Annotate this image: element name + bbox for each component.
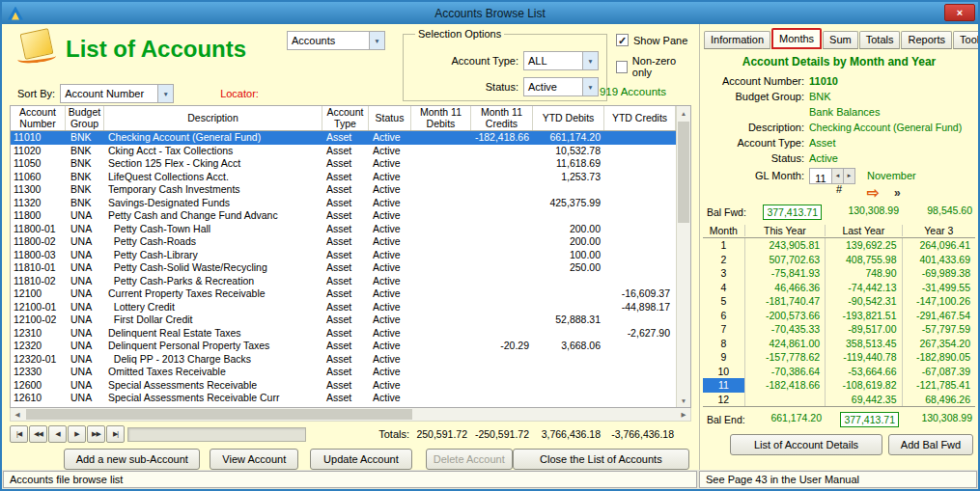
scrollbar-track[interactable]: [677, 120, 690, 394]
month-row[interactable]: 8424,861.00358,513.45267,354.20: [703, 337, 975, 351]
month-row[interactable]: 6-200,573.66-193,821.51-291,467.54: [703, 309, 975, 323]
status-filter-dropdown[interactable]: Active ▼: [523, 77, 599, 96]
table-row[interactable]: 11800UNAPetty Cash and Change Fund Advan…: [11, 209, 676, 223]
month-row[interactable]: 10-70,386.64-53,664.66-67,087.39: [703, 365, 975, 379]
table-row[interactable]: 12320-01UNA Deliq PP - 2013 Charge Backs…: [11, 353, 676, 367]
cell-ytd-credits: [604, 209, 676, 223]
column-header-ytd-credits[interactable]: YTD Credits: [604, 106, 676, 130]
horizontal-scrollbar[interactable]: ◀ ▶: [10, 408, 691, 422]
add-bal-fwd-button[interactable]: Add Bal Fwd: [888, 434, 973, 455]
spin-left-icon[interactable]: ◄: [831, 169, 843, 183]
cell-status: Active: [369, 366, 411, 379]
cell-month11-debits: [411, 301, 471, 314]
left-buttons-row: Add a new sub-Account View Account Updat…: [10, 448, 691, 470]
account-type-dropdown[interactable]: ALL ▼: [523, 51, 599, 70]
cell-ytd-credits: [604, 197, 676, 210]
table-row[interactable]: 11060BNKLifeQuest Collections Acct.Asset…: [11, 171, 676, 184]
update-account-button[interactable]: Update Account: [310, 449, 412, 470]
table-row[interactable]: 11320BNKSavings-Designated FundsAssetAct…: [11, 197, 676, 210]
column-header-ytd-debits[interactable]: YTD Debits: [533, 106, 604, 130]
table-row[interactable]: 12330UNAOmitted Taxes ReceivableAssetAct…: [11, 366, 676, 379]
cell-description: Delinquent Real Estate Taxes: [104, 327, 322, 341]
cell-account-type: Asset: [322, 209, 369, 223]
nav-prev-button[interactable]: ◀: [48, 425, 67, 443]
view-account-button[interactable]: View Account: [210, 449, 298, 470]
table-row[interactable]: 11810-02UNA Petty Cash-Parks & Recreatio…: [11, 275, 676, 288]
close-button[interactable]: ×: [944, 4, 975, 21]
cell-month11-debits: [411, 171, 471, 184]
table-row[interactable]: 11050BNKSection 125 Flex - Cking AcctAss…: [11, 157, 676, 171]
table-row[interactable]: 12100-01UNA Lottery CreditAssetActive-44…: [11, 301, 676, 314]
column-header-budget-group[interactable]: Budget Group: [66, 106, 104, 130]
cell-ytd-credits: [604, 145, 676, 158]
table-row[interactable]: 11020BNKCking Acct - Tax CollectionsAsse…: [11, 145, 676, 158]
table-row[interactable]: 11010BNKChecking Account (General Fund)A…: [11, 131, 676, 145]
table-row[interactable]: 12100UNACurrent Property Taxes Receivabl…: [11, 287, 676, 301]
page-title: List of Accounts: [66, 36, 246, 63]
column-header-status[interactable]: Status: [369, 106, 411, 130]
month-row[interactable]: 11-182,418.66-108,619.82-121,785.41: [703, 378, 975, 393]
table-row[interactable]: 12310UNADelinquent Real Estate TaxesAsse…: [11, 327, 676, 341]
scroll-right-icon[interactable]: ▶: [677, 408, 690, 421]
sort-by-dropdown[interactable]: Account Number ▼: [60, 84, 174, 103]
tab-sum[interactable]: Sum: [823, 31, 858, 49]
scroll-up-icon[interactable]: ▲: [677, 106, 690, 120]
cell-ytd-debits: [533, 301, 604, 314]
month-row[interactable]: 2507,702.63408,755.98401,433.69: [703, 253, 975, 267]
close-list-button[interactable]: Close the List of Accounts: [513, 449, 689, 470]
scrollbar-thumb[interactable]: [678, 122, 689, 223]
list-account-details-button[interactable]: List of Account Details: [730, 434, 882, 455]
table-row[interactable]: 12320UNADelinquent Personal Property Tax…: [11, 340, 676, 353]
scrollbar-thumb[interactable]: [26, 409, 412, 420]
nav-next-button[interactable]: ▶: [68, 425, 86, 443]
next-arrow-icon[interactable]: ⇨: [867, 184, 880, 202]
table-row[interactable]: 12610UNASpecial Assessments Receivable C…: [11, 392, 676, 405]
gl-month-spinner[interactable]: 11 ◄ ►: [809, 168, 855, 184]
month-row[interactable]: 3-75,841.93748.90-69,989.38: [703, 266, 975, 281]
spin-right-icon[interactable]: ►: [843, 169, 854, 183]
month-row[interactable]: 9-157,778.62-119,440.78-182,890.05: [703, 350, 975, 365]
month-row[interactable]: 1243,905.81139,692.25264,096.41: [703, 238, 975, 253]
nav-last-button[interactable]: ▶|: [106, 425, 125, 443]
tab-months[interactable]: Months: [771, 28, 822, 49]
column-header-description[interactable]: Description: [104, 106, 322, 130]
add-sub-account-button[interactable]: Add a new sub-Account: [64, 449, 200, 470]
scrollbar-track[interactable]: [24, 408, 677, 421]
table-row[interactable]: 11300BNKTemporary Cash InvestmentsAssetA…: [11, 183, 676, 197]
fast-forward-icon[interactable]: »: [894, 186, 901, 200]
month-row[interactable]: 446,466.36-74,442.13-31,499.55: [703, 281, 975, 295]
tab-tools[interactable]: Tools: [953, 31, 978, 49]
column-header-month11-debits[interactable]: Month 11 Debits: [411, 106, 471, 130]
table-row[interactable]: 11810-01UNA Petty Cash-Solid Waste/Recyc…: [11, 261, 676, 275]
month-value: 358,513.45: [826, 337, 902, 351]
cell-month11-credits: [471, 209, 533, 223]
nav-prev-page-button[interactable]: ◀◀: [29, 425, 47, 443]
cell-status: Active: [369, 314, 411, 327]
month-row[interactable]: 5-181,740.47-90,542.31-147,100.26: [703, 294, 975, 309]
table-row[interactable]: 12100-02UNA First Dollar CreditAssetActi…: [11, 314, 676, 327]
show-pane-checkbox[interactable]: ✓ Show Pane: [616, 34, 687, 46]
column-header-account-type[interactable]: Account Type: [322, 106, 369, 130]
table-row[interactable]: 12600UNASpecial Assessments ReceivableAs…: [11, 379, 676, 393]
column-header-account-number[interactable]: Account Number: [11, 106, 66, 130]
month-value: -108,619.82: [826, 378, 902, 393]
bal-value: 377,413.71: [826, 412, 904, 427]
month-row[interactable]: 7-70,435.33-89,517.00-57,797.59: [703, 322, 975, 337]
table-row[interactable]: 11800-02UNA Petty Cash-RoadsAssetActive2…: [11, 235, 676, 249]
scroll-down-icon[interactable]: ▼: [677, 394, 690, 407]
table-row[interactable]: 11800-01UNA Petty Cash-Town HallAssetAct…: [11, 223, 676, 236]
scroll-left-icon[interactable]: ◀: [11, 408, 24, 421]
tab-information[interactable]: Information: [704, 31, 770, 49]
cell-account-type: Asset: [322, 379, 369, 393]
table-row[interactable]: 11800-03UNA Petty Cash-LibraryAssetActiv…: [11, 249, 676, 262]
tab-totals[interactable]: Totals: [859, 31, 901, 49]
non-zero-checkbox[interactable]: Non-zero only: [616, 55, 691, 78]
tab-reports[interactable]: Reports: [901, 31, 952, 49]
nav-next-page-button[interactable]: ▶▶: [87, 425, 105, 443]
column-header-month11-credits[interactable]: Month 11 Credits: [471, 106, 533, 130]
month-row[interactable]: 1269,442.3568,496.26: [703, 393, 975, 407]
vertical-scrollbar[interactable]: ▲ ▼: [676, 106, 690, 407]
nav-first-button[interactable]: |◀: [10, 425, 28, 443]
close-icon: ×: [957, 7, 963, 18]
view-selector-dropdown[interactable]: Accounts ▼: [287, 31, 385, 50]
